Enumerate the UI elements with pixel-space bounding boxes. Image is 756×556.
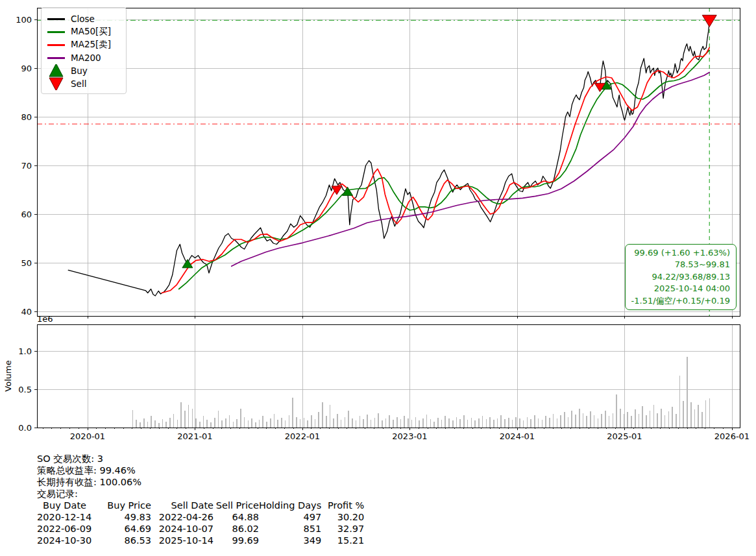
price-annotation-box: 99.69 (+1.60 +1.63%)78.53~99.8194.22/93.… — [625, 244, 737, 310]
trade-cell: 49.83 — [104, 511, 151, 523]
volume-tick-label: 1.0 — [18, 346, 32, 356]
price-tick-label: 60 — [21, 210, 32, 219]
volume-tick-label: 0.5 — [18, 385, 32, 394]
annotation-line: 94.22/93.68/89.13 — [631, 271, 730, 283]
volume-bars — [132, 357, 710, 428]
trade-cell: 2024-10-07 — [151, 523, 213, 535]
volume-tick-label: 0.0 — [18, 423, 32, 433]
legend-line-swatch — [47, 18, 65, 20]
annotation-line: -1.51/偏空/+0.15/+0.19 — [631, 295, 730, 307]
price-tick-label: 90 — [21, 64, 32, 73]
trade-row: 2024-10-3086.532025-10-1499.6934915.21 — [37, 535, 364, 546]
legend-label: MA50[买] — [71, 26, 111, 38]
trade-cell: 349 — [259, 535, 321, 546]
trade-column-header: Sell Price — [213, 500, 259, 511]
volume-scale-label: 1e6 — [37, 314, 53, 324]
trade-table-header: Buy DateBuy PriceSell DateSell PriceHold… — [37, 500, 364, 511]
trade-cell: 30.20 — [321, 511, 364, 523]
legend-item-close: Close — [47, 12, 120, 25]
price-tick-label: 100 — [16, 15, 32, 25]
legend-line-swatch — [47, 57, 65, 59]
trade-cell: 2022-04-26 — [151, 511, 213, 523]
ma200-line — [232, 73, 709, 267]
sell-triangle-icon — [47, 77, 65, 90]
trade-records-table: Buy DateBuy PriceSell DateSell PriceHold… — [37, 500, 364, 546]
trade-cell: 15.21 — [321, 535, 364, 546]
trade-cell: 851 — [259, 523, 321, 535]
annotation-line: 2025-10-14 04:00 — [631, 283, 730, 295]
trade-column-header: Buy Date — [37, 500, 104, 511]
stock-strategy-figure: 4050607080901000.00.51.01e6Volume2020-01… — [0, 0, 756, 556]
strategy-summary: SO 交易次数: 3 策略总收益率: 99.46% 长期持有收益: 100.06… — [37, 453, 364, 546]
close-line — [68, 21, 709, 296]
legend-item-ma25: MA25[卖] — [47, 38, 120, 51]
sell-marker — [702, 15, 716, 27]
trade-cell: 64.69 — [104, 523, 151, 535]
price-tick-label: 40 — [21, 307, 32, 317]
legend-line-swatch — [47, 44, 65, 46]
x-tick-label: 2021-01 — [177, 431, 212, 441]
legend-item-ma50: MA50[买] — [47, 25, 120, 38]
volume-axis-label: Volume — [3, 360, 13, 391]
legend-line-swatch — [47, 31, 65, 33]
legend-label: Buy — [71, 66, 88, 76]
strategy-return-line: 策略总收益率: 99.46% — [37, 465, 364, 476]
price-tick-label: 80 — [21, 112, 32, 122]
volume-axes-frame — [37, 324, 740, 428]
trade-column-header: Buy Price — [104, 500, 151, 511]
price-tick-label: 50 — [21, 258, 32, 268]
trade-cell: 99.69 — [213, 535, 259, 546]
annotation-line: 99.69 (+1.60 +1.63%) — [631, 247, 730, 259]
x-tick-label: 2020-01 — [70, 431, 105, 441]
x-tick-label: 2025-01 — [607, 431, 642, 441]
trade-row: 2020-12-1449.832022-04-2664.8849730.20 — [37, 511, 364, 523]
trade-column-header: Sell Date — [151, 500, 213, 511]
legend-item-buy: Buy — [47, 64, 120, 77]
buy-marker — [343, 187, 353, 195]
x-tick-label: 2024-01 — [500, 431, 535, 441]
price-tick-label: 70 — [21, 161, 32, 171]
trade-cell: 32.97 — [321, 523, 364, 535]
legend-item-sell: Sell — [47, 77, 120, 90]
trade-column-header: Holding Days — [259, 500, 321, 511]
buy-triangle-icon — [47, 64, 65, 77]
trade-cell: 86.02 — [213, 523, 259, 535]
legend-label: Sell — [71, 79, 86, 89]
x-tick-label: 2026-01 — [714, 431, 750, 441]
trade-cell: 2022-06-09 — [37, 523, 104, 535]
annotation-line: 78.53~99.81 — [631, 259, 730, 271]
trade-records-label: 交易记录: — [37, 488, 364, 500]
x-tick-label: 2023-01 — [392, 431, 427, 441]
legend-item-ma200: MA200 — [47, 51, 120, 64]
trade-cell: 2024-10-30 — [37, 535, 104, 546]
trade-cell: 64.88 — [213, 511, 259, 523]
trade-cell: 2025-10-14 — [151, 535, 213, 546]
trade-count-line: SO 交易次数: 3 — [37, 453, 364, 465]
trade-row: 2022-06-0964.692024-10-0786.0285132.97 — [37, 523, 364, 535]
trade-column-header: Profit % — [321, 500, 364, 511]
legend-label: Close — [71, 14, 95, 24]
trade-cell: 497 — [259, 511, 321, 523]
x-tick-label: 2022-01 — [285, 431, 320, 441]
legend-label: MA200 — [71, 53, 101, 63]
hold-return-line: 长期持有收益: 100.06% — [37, 476, 364, 488]
legend-label: MA25[卖] — [71, 39, 111, 51]
trade-cell: 2020-12-14 — [37, 511, 104, 523]
legend: CloseMA50[买]MA25[卖]MA200BuySell — [41, 7, 127, 94]
trade-cell: 86.53 — [104, 535, 151, 546]
